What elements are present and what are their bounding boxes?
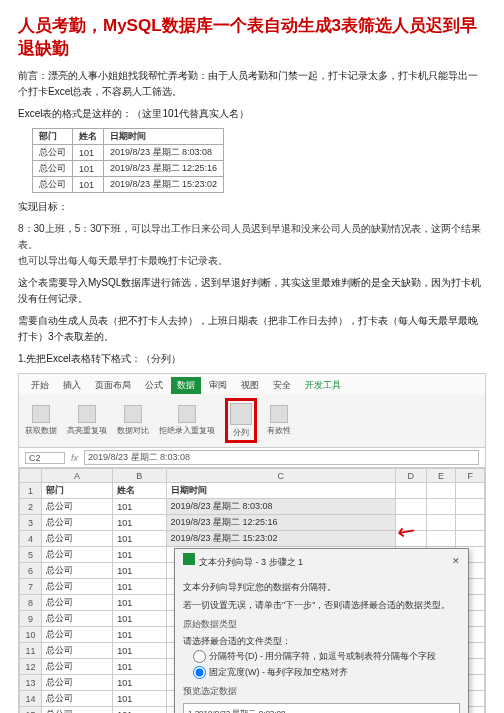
ribbon-group[interactable]: 拒绝录入重复项: [159, 405, 215, 436]
formula-value[interactable]: 2019/8/23 星期二 8:03:08: [84, 450, 479, 465]
radio-label: 固定宽度(W) - 每列字段加空格对齐: [209, 667, 349, 677]
cell[interactable]: 总公司: [42, 515, 113, 531]
colhdr-e[interactable]: E: [426, 469, 456, 483]
rownum[interactable]: 2: [20, 499, 42, 515]
cell[interactable]: 总公司: [42, 659, 113, 675]
cell[interactable]: [456, 531, 485, 547]
rownum[interactable]: 3: [20, 515, 42, 531]
group-label: 拒绝录入重复项: [159, 425, 215, 436]
radio-delimited[interactable]: [193, 650, 206, 663]
rownum[interactable]: 5: [20, 547, 42, 563]
tab-formula[interactable]: 公式: [139, 377, 169, 394]
cell[interactable]: 总公司: [42, 627, 113, 643]
rownum[interactable]: 8: [20, 595, 42, 611]
colhdr-c[interactable]: C: [166, 469, 395, 483]
group-icon: [78, 405, 96, 423]
preview-row: 1 2019/8/23 星期二 8:03:08: [188, 708, 455, 714]
cell[interactable]: 101: [113, 595, 166, 611]
cell[interactable]: 2019/8/23 星期二 8:03:08: [166, 499, 395, 515]
cell[interactable]: [426, 515, 456, 531]
cell[interactable]: [456, 483, 485, 499]
cell-ref[interactable]: C2: [25, 452, 65, 464]
wizard-title: 文本分列向导 - 3 步骤之 1: [183, 553, 303, 569]
ribbon-group-split-column[interactable]: 分列: [225, 398, 257, 443]
cell[interactable]: 总公司: [42, 563, 113, 579]
cell[interactable]: [426, 531, 456, 547]
cell[interactable]: 101: [113, 675, 166, 691]
goal-list: 8：30上班，5：30下班，可以导出工作日来公司人员迟到早退和没来公司人员的缺勤…: [18, 221, 486, 269]
cell[interactable]: 101: [113, 499, 166, 515]
cell[interactable]: 总公司: [42, 499, 113, 515]
cell[interactable]: 总公司: [42, 691, 113, 707]
cell[interactable]: [426, 499, 456, 515]
tab-review[interactable]: 审阅: [203, 377, 233, 394]
close-icon[interactable]: ✕: [452, 556, 460, 566]
rownum[interactable]: 7: [20, 579, 42, 595]
rownum[interactable]: 11: [20, 643, 42, 659]
rownum[interactable]: 1: [20, 483, 42, 499]
ribbon-group[interactable]: 获取数据: [25, 405, 57, 436]
rownum[interactable]: 13: [20, 675, 42, 691]
rownum[interactable]: 10: [20, 627, 42, 643]
cell[interactable]: [395, 483, 426, 499]
colhdr-b[interactable]: B: [113, 469, 166, 483]
cell[interactable]: 2019/8/23 星期二 15:23:02: [166, 531, 395, 547]
cell[interactable]: 总公司: [42, 611, 113, 627]
radio-fixed-width[interactable]: [193, 666, 206, 679]
tab-layout[interactable]: 页面布局: [89, 377, 137, 394]
cell[interactable]: 2019/8/23 星期二 12:25:16: [166, 515, 395, 531]
tab-data[interactable]: 数据: [171, 377, 201, 394]
wizard-desc: 文本分列向导判定您的数据有分隔符。: [183, 581, 460, 595]
cell[interactable]: 101: [113, 531, 166, 547]
cell: 101: [73, 177, 104, 193]
cell[interactable]: 总公司: [42, 547, 113, 563]
fx-icon[interactable]: fx: [71, 453, 78, 463]
section-title: 原始数据类型: [183, 618, 460, 632]
cell[interactable]: 总公司: [42, 675, 113, 691]
cell[interactable]: [395, 499, 426, 515]
cell: 101: [73, 161, 104, 177]
cell[interactable]: 总公司: [42, 531, 113, 547]
cell[interactable]: 101: [113, 563, 166, 579]
cell[interactable]: 101: [113, 627, 166, 643]
cell[interactable]: 101: [113, 579, 166, 595]
tab-dev[interactable]: 开发工具: [299, 377, 347, 394]
ribbon-group[interactable]: 有效性: [267, 405, 291, 436]
tab-insert[interactable]: 插入: [57, 377, 87, 394]
tab-home[interactable]: 开始: [25, 377, 55, 394]
cell[interactable]: 姓名: [113, 483, 166, 499]
preface: 前言：漂亮的人事小姐姐找我帮忙弄考勤：由于人员考勤和门禁一起，打卡记录太多，打卡…: [18, 68, 486, 100]
cell[interactable]: 101: [113, 659, 166, 675]
cell[interactable]: [456, 499, 485, 515]
rownum[interactable]: 14: [20, 691, 42, 707]
cell[interactable]: 部门: [42, 483, 113, 499]
tab-view[interactable]: 视图: [235, 377, 265, 394]
cell[interactable]: 101: [113, 611, 166, 627]
tab-security[interactable]: 安全: [267, 377, 297, 394]
corner[interactable]: [20, 469, 42, 483]
cell[interactable]: 总公司: [42, 579, 113, 595]
cell[interactable]: 总公司: [42, 595, 113, 611]
goal-title: 实现目标：: [18, 199, 486, 215]
cell[interactable]: 总公司: [42, 643, 113, 659]
group-label: 数据对比: [117, 425, 149, 436]
colhdr-d[interactable]: D: [395, 469, 426, 483]
cell[interactable]: [456, 515, 485, 531]
rownum[interactable]: 9: [20, 611, 42, 627]
cell[interactable]: 101: [113, 643, 166, 659]
cell[interactable]: 日期时间: [166, 483, 395, 499]
colhdr-a[interactable]: A: [42, 469, 113, 483]
cell[interactable]: 101: [113, 691, 166, 707]
colhdr-f[interactable]: F: [456, 469, 485, 483]
ribbon-group[interactable]: 数据对比: [117, 405, 149, 436]
rownum[interactable]: 6: [20, 563, 42, 579]
cell[interactable]: [426, 483, 456, 499]
rownum[interactable]: 4: [20, 531, 42, 547]
cell[interactable]: 101: [113, 515, 166, 531]
rownum[interactable]: 15: [20, 707, 42, 714]
cell[interactable]: 101: [113, 707, 166, 714]
rownum[interactable]: 12: [20, 659, 42, 675]
ribbon-group[interactable]: 高亮重复项: [67, 405, 107, 436]
cell[interactable]: 101: [113, 547, 166, 563]
cell[interactable]: 总公司: [42, 707, 113, 714]
